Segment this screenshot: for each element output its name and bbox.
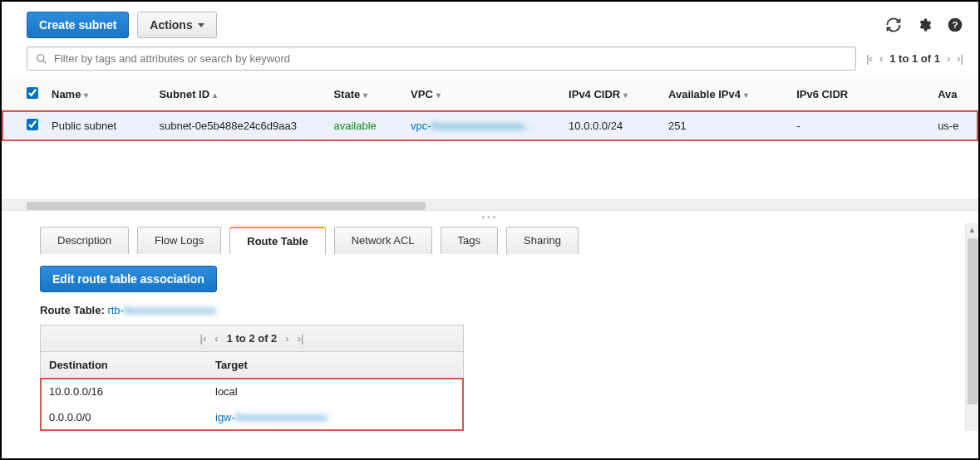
subnets-table-wrap: Name▾ Subnet ID▴ State▾ VPC▾ IPv4 CIDR▾ … — [2, 79, 978, 141]
col-name[interactable]: Name▾ — [45, 79, 152, 110]
cell-target[interactable]: igw-0xxxxxxxxxxxxxxxx — [207, 404, 463, 430]
scroll-up-icon[interactable]: ▲ — [966, 223, 978, 236]
pager-next-icon[interactable]: › — [947, 52, 950, 65]
col-ipv6-cidr[interactable]: IPv6 CIDR — [790, 79, 931, 110]
svg-line-3 — [43, 60, 47, 63]
routes-pager-last-icon[interactable]: ›| — [298, 332, 304, 345]
cell-destination: 0.0.0.0/0 — [41, 404, 207, 430]
route-table-link[interactable]: rtb-0xxxxxxxxxxxxxxxx — [107, 304, 216, 316]
col-target: Target — [207, 352, 463, 379]
row-checkbox[interactable] — [27, 119, 38, 130]
tab-tags[interactable]: Tags — [441, 227, 498, 254]
cell-avail-zone: us-e — [931, 110, 978, 142]
refresh-icon[interactable] — [885, 17, 902, 33]
details-panel: Description Flow Logs Route Table Networ… — [2, 223, 978, 431]
routes-table: Destination Target 10.0.0.0/16 local 0.0… — [41, 352, 463, 430]
svg-text:?: ? — [952, 19, 958, 30]
top-toolbar: Create subnet Actions ? — [2, 2, 978, 46]
col-checkbox — [2, 79, 45, 110]
col-destination: Destination — [41, 352, 207, 379]
cell-state: available — [327, 110, 404, 142]
scroll-thumb[interactable] — [27, 202, 426, 210]
select-all-checkbox[interactable] — [27, 87, 38, 99]
col-state[interactable]: State▾ — [327, 79, 404, 110]
edit-route-table-button[interactable]: Edit route table association — [40, 266, 217, 292]
vertical-scrollbar[interactable]: ▲ — [965, 223, 978, 431]
cell-subnet-id: subnet-0e5b488e24c6d9aa3 — [152, 110, 327, 142]
vscroll-thumb[interactable] — [968, 238, 978, 404]
resize-handle[interactable]: ••• — [2, 211, 978, 223]
col-ipv4-cidr[interactable]: IPv4 CIDR▾ — [562, 79, 662, 110]
route-row: 10.0.0.0/16 local — [41, 379, 463, 405]
route-table-label: Route Table: rtb-0xxxxxxxxxxxxxxxx — [40, 304, 952, 316]
svg-point-2 — [37, 54, 44, 61]
cell-ipv6-cidr: - — [790, 110, 931, 142]
col-subnet-id[interactable]: Subnet ID▴ — [152, 79, 327, 110]
tab-flow-logs[interactable]: Flow Logs — [137, 227, 221, 254]
routes-pager-next-icon[interactable]: › — [285, 332, 288, 345]
routes-pager-first-icon[interactable]: |‹ — [200, 332, 207, 345]
pager-first-icon[interactable]: |‹ — [866, 52, 873, 65]
route-row: 0.0.0.0/0 igw-0xxxxxxxxxxxxxxxx — [41, 404, 463, 430]
create-subnet-button[interactable]: Create subnet — [27, 12, 129, 38]
col-avail-zone[interactable]: Ava — [931, 79, 978, 110]
pager-prev-icon[interactable]: ‹ — [879, 52, 883, 65]
table-row[interactable]: Public subnet subnet-0e5b488e24c6d9aa3 a… — [2, 110, 978, 142]
gear-icon[interactable] — [917, 17, 932, 32]
cell-ipv4-cidr: 10.0.0.0/24 — [562, 110, 662, 142]
tab-sharing[interactable]: Sharing — [506, 227, 579, 254]
details-tabs: Description Flow Logs Route Table Networ… — [40, 227, 952, 254]
routes-pager-prev-icon[interactable]: ‹ — [214, 332, 218, 345]
help-icon[interactable]: ? — [947, 17, 963, 33]
cell-name: Public subnet — [45, 110, 152, 142]
cell-vpc[interactable]: vpc-0xxxxxxxxxxxxxxxx… — [404, 110, 562, 142]
actions-button[interactable]: Actions — [137, 12, 216, 38]
cell-target: local — [207, 379, 463, 405]
pager-text: 1 to 1 of 1 — [889, 52, 940, 65]
routes-table-wrap: |‹ ‹ 1 to 2 of 2 › ›| Destination Target — [40, 325, 464, 431]
col-vpc[interactable]: VPC▾ — [404, 79, 562, 110]
pager-top: |‹ ‹ 1 to 1 of 1 › ›| — [866, 52, 963, 65]
chevron-down-icon — [198, 23, 204, 27]
filter-row: |‹ ‹ 1 to 1 of 1 › ›| — [2, 46, 978, 79]
tab-description[interactable]: Description — [40, 227, 129, 254]
tab-route-table[interactable]: Route Table — [229, 227, 325, 254]
routes-pager: |‹ ‹ 1 to 2 of 2 › ›| — [41, 325, 463, 352]
filter-input[interactable] — [54, 52, 847, 65]
cell-destination: 10.0.0.0/16 — [41, 379, 207, 405]
pager-last-icon[interactable]: ›| — [957, 52, 963, 65]
route-table-panel: Edit route table association Route Table… — [40, 254, 952, 431]
search-icon — [36, 53, 47, 65]
col-avail-ipv4[interactable]: Available IPv4▾ — [662, 79, 790, 110]
cell-avail-ipv4: 251 — [662, 110, 790, 142]
tab-network-acl[interactable]: Network ACL — [334, 227, 432, 254]
subnets-table: Name▾ Subnet ID▴ State▾ VPC▾ IPv4 CIDR▾ … — [2, 79, 978, 141]
filter-search-box[interactable] — [27, 46, 856, 71]
horizontal-scrollbar[interactable] — [2, 199, 978, 211]
